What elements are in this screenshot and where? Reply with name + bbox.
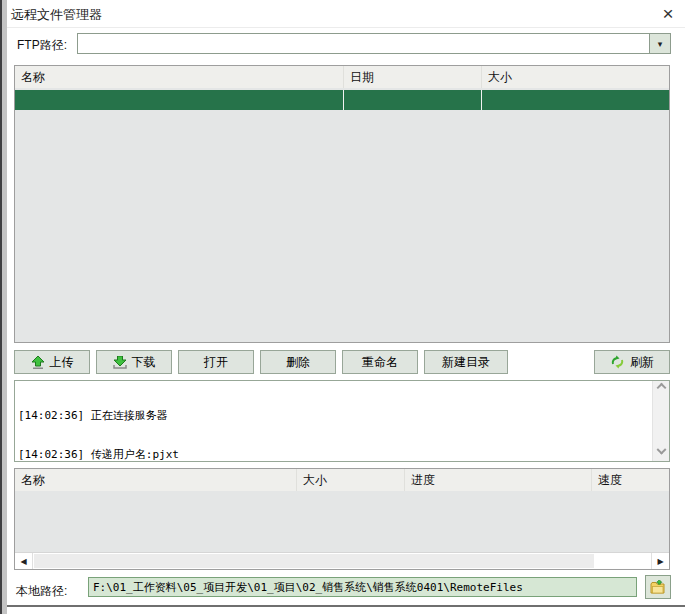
remote-col-size[interactable]: 大小 [482,66,669,88]
upload-label: 上传 [50,354,74,371]
transfer-list-header: 名称 大小 进度 速度 [15,469,669,491]
selected-row[interactable] [15,90,669,110]
scroll-down-button[interactable] [653,444,670,460]
title-bar: 远程文件管理器 × [7,0,685,28]
ftp-path-input[interactable] [77,33,650,54]
remote-col-date[interactable]: 日期 [344,66,482,88]
refresh-icon [610,355,625,369]
download-label: 下载 [132,354,156,371]
selected-row-date [344,90,482,110]
local-path-input[interactable] [88,577,637,597]
remote-list-header: 名称 日期 大小 [15,66,669,88]
new-directory-button[interactable]: 新建目录 [424,350,508,374]
transfer-list: 名称 大小 进度 速度 ◀ ▶ [14,468,670,570]
download-icon [113,356,127,369]
scroll-right-button[interactable]: ▶ [651,553,669,569]
log-vertical-scrollbar[interactable] [652,381,669,461]
open-folder-icon [650,580,667,595]
log-line: [14:02:36] 传递用户名:pjxt [18,448,648,461]
chevron-down-icon [657,444,667,454]
delete-button[interactable]: 删除 [260,350,336,374]
chevron-up-icon [657,382,667,392]
remote-file-list: 名称 日期 大小 [14,65,670,343]
refresh-label: 刷新 [630,354,654,371]
scroll-up-button[interactable] [653,382,670,398]
open-label: 打开 [204,354,228,371]
scrollbar-thumb[interactable] [34,554,594,568]
triangle-right-icon: ▶ [657,557,663,566]
open-button[interactable]: 打开 [178,350,254,374]
background-window-border [2,0,7,614]
log-line: [14:02:36] 正在连接服务器 [18,409,648,422]
rename-label: 重命名 [362,354,398,371]
triangle-left-icon: ◀ [20,557,26,566]
selected-row-size [482,90,669,110]
transfer-col-size[interactable]: 大小 [297,469,405,491]
new-directory-label: 新建目录 [442,354,490,371]
transfer-col-speed[interactable]: 速度 [592,469,669,491]
ftp-path-label: FTP路径: [17,37,67,54]
transfer-col-name[interactable]: 名称 [15,469,297,491]
chevron-down-icon: ▾ [658,39,663,49]
horizontal-scrollbar[interactable]: ◀ ▶ [15,552,669,569]
selected-row-name [15,90,344,110]
refresh-button[interactable]: 刷新 [594,350,670,374]
close-icon[interactable]: × [655,2,681,26]
window-bottom-border [7,605,685,607]
remote-col-name[interactable]: 名称 [15,66,344,88]
local-path-label: 本地路径: [16,583,67,600]
transfer-col-progress[interactable]: 进度 [405,469,592,491]
delete-label: 删除 [286,354,310,371]
log-panel: [14:02:36] 正在连接服务器 [14:02:36] 传递用户名:pjxt… [14,380,670,462]
ftp-path-dropdown-button[interactable]: ▾ [649,33,671,54]
browse-folder-button[interactable] [645,575,671,599]
download-button[interactable]: 下载 [96,350,172,374]
upload-button[interactable]: 上传 [14,350,90,374]
upload-icon [31,356,45,369]
scroll-left-button[interactable]: ◀ [15,553,33,569]
window-title: 远程文件管理器 [11,6,102,24]
rename-button[interactable]: 重命名 [342,350,418,374]
